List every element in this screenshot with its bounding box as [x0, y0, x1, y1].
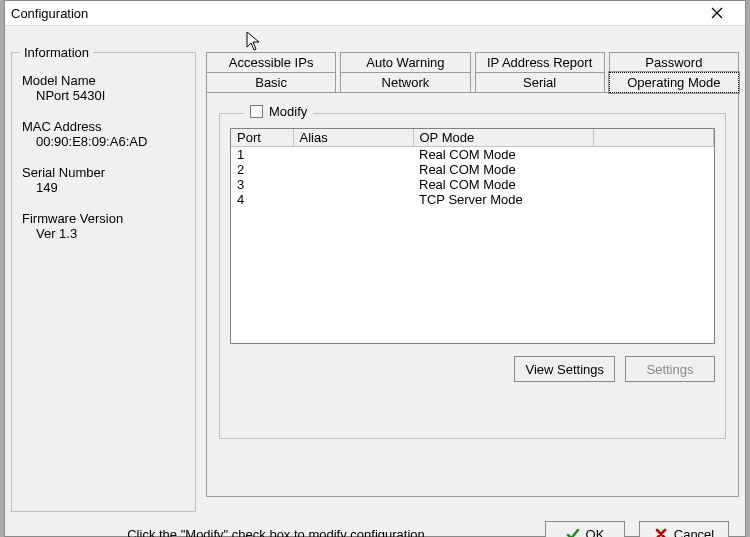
- table-row[interactable]: 1Real COM Mode: [231, 147, 714, 163]
- table-header-row: Port Alias OP Mode: [231, 129, 714, 147]
- ports-table[interactable]: Port Alias OP Mode 1Real COM Mode2Real C…: [231, 129, 714, 207]
- titlebar: Configuration: [5, 1, 745, 26]
- cancel-label: Cancel: [674, 527, 714, 538]
- hint-text: Click the "Modify" check box to modify c…: [21, 527, 531, 538]
- model-name-value: NPort 5430I: [22, 88, 185, 103]
- tab-serial[interactable]: Serial: [475, 72, 605, 93]
- tab-accessible-ips[interactable]: Accessible IPs: [206, 52, 336, 73]
- cell-alias: [293, 162, 413, 177]
- tab-ip-address-report[interactable]: IP Address Report: [475, 52, 605, 73]
- modify-checkbox[interactable]: [250, 105, 263, 118]
- tab-auto-warning[interactable]: Auto Warning: [340, 52, 470, 73]
- cell-opmode: TCP Server Mode: [413, 192, 593, 207]
- view-settings-button[interactable]: View Settings: [514, 356, 615, 382]
- firmware-version-label: Firmware Version: [22, 211, 185, 226]
- model-name-label: Model Name: [22, 73, 185, 88]
- ports-table-shell: Port Alias OP Mode 1Real COM Mode2Real C…: [230, 128, 715, 344]
- cell-alias: [293, 177, 413, 192]
- cell-filler: [593, 177, 714, 192]
- cancel-button[interactable]: Cancel: [639, 521, 729, 537]
- config-window: Configuration Information Model Name NPo…: [4, 0, 746, 537]
- x-icon: [654, 527, 668, 537]
- cell-opmode: Real COM Mode: [413, 177, 593, 192]
- mac-address-value: 00:90:E8:09:A6:AD: [22, 134, 185, 149]
- modify-legend: Modify: [244, 104, 313, 119]
- client-area: Information Model Name NPort 5430I MAC A…: [5, 26, 745, 537]
- firmware-version-value: Ver 1.3: [22, 226, 185, 241]
- cell-filler: [593, 192, 714, 207]
- col-opmode[interactable]: OP Mode: [413, 129, 593, 147]
- main-row: Information Model Name NPort 5430I MAC A…: [11, 30, 739, 512]
- close-button[interactable]: [697, 1, 737, 25]
- col-filler: [593, 129, 714, 147]
- cell-opmode: Real COM Mode: [413, 147, 593, 163]
- information-group: Information Model Name NPort 5430I MAC A…: [11, 52, 196, 512]
- serial-number-value: 149: [22, 180, 185, 195]
- tab-password[interactable]: Password: [609, 52, 739, 73]
- cell-port: 4: [231, 192, 293, 207]
- ok-button[interactable]: OK: [545, 521, 625, 537]
- tab-body: Modify Port Alias: [206, 92, 739, 497]
- cell-opmode: Real COM Mode: [413, 162, 593, 177]
- modify-label: Modify: [269, 104, 307, 119]
- tabs: Accessible IPs Auto Warning IP Address R…: [206, 52, 739, 93]
- cell-filler: [593, 162, 714, 177]
- col-alias[interactable]: Alias: [293, 129, 413, 147]
- bottom-row: Click the "Modify" check box to modify c…: [11, 512, 739, 537]
- tabs-row-1: Accessible IPs Auto Warning IP Address R…: [206, 52, 739, 73]
- cell-alias: [293, 147, 413, 163]
- cell-alias: [293, 192, 413, 207]
- right-panel: Accessible IPs Auto Warning IP Address R…: [206, 52, 739, 512]
- col-port[interactable]: Port: [231, 129, 293, 147]
- modify-buttons: View Settings Settings: [230, 356, 715, 382]
- cell-port: 3: [231, 177, 293, 192]
- table-row[interactable]: 4TCP Server Mode: [231, 192, 714, 207]
- ok-label: OK: [586, 527, 605, 538]
- cell-filler: [593, 147, 714, 163]
- settings-label: Settings: [647, 362, 694, 377]
- serial-number-label: Serial Number: [22, 165, 185, 180]
- table-row[interactable]: 2Real COM Mode: [231, 162, 714, 177]
- mac-address-label: MAC Address: [22, 119, 185, 134]
- check-icon: [566, 527, 580, 537]
- window-title: Configuration: [11, 6, 88, 21]
- settings-button[interactable]: Settings: [625, 356, 715, 382]
- view-settings-label: View Settings: [525, 362, 604, 377]
- cell-port: 1: [231, 147, 293, 163]
- tabs-row-2: Basic Network Serial Operating Mode: [206, 72, 739, 93]
- information-legend: Information: [20, 45, 93, 60]
- close-icon: [711, 7, 723, 19]
- cell-port: 2: [231, 162, 293, 177]
- tab-network[interactable]: Network: [340, 72, 470, 93]
- tab-operating-mode[interactable]: Operating Mode: [609, 72, 739, 93]
- tab-basic[interactable]: Basic: [206, 72, 336, 93]
- table-row[interactable]: 3Real COM Mode: [231, 177, 714, 192]
- modify-group: Modify Port Alias: [219, 113, 726, 439]
